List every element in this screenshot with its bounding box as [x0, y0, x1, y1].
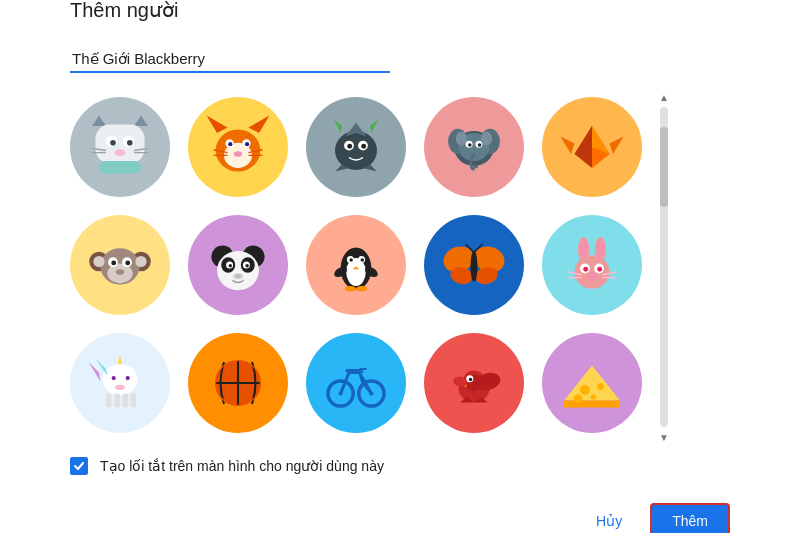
svg-point-6 [127, 140, 133, 146]
svg-rect-12 [99, 161, 141, 174]
svg-point-83 [345, 286, 356, 292]
svg-point-114 [115, 384, 125, 390]
svg-marker-13 [207, 116, 228, 134]
avatar-elephant[interactable] [424, 97, 524, 197]
avatar-cheese[interactable] [542, 333, 642, 433]
svg-point-144 [591, 394, 597, 400]
svg-rect-127 [346, 369, 360, 373]
svg-marker-51 [561, 137, 575, 155]
avatar-grid-wrapper: ▲ ▼ [70, 97, 730, 437]
dialog-title: Thêm người [70, 0, 730, 22]
svg-marker-141 [564, 401, 620, 408]
scrollbar-up-arrow[interactable]: ▲ [656, 89, 672, 105]
svg-point-58 [111, 260, 116, 265]
svg-marker-29 [370, 119, 378, 133]
svg-point-60 [116, 269, 124, 275]
avatar-panda[interactable] [188, 215, 288, 315]
svg-point-100 [597, 267, 602, 272]
svg-point-73 [235, 274, 242, 278]
svg-point-113 [126, 376, 130, 380]
avatar-sparrow[interactable] [424, 333, 524, 433]
avatar-unicorn[interactable] [70, 333, 170, 433]
svg-point-33 [361, 144, 366, 149]
avatar-scrollbar[interactable]: ▲ ▼ [660, 107, 668, 427]
avatar-monkey[interactable] [70, 215, 170, 315]
svg-point-20 [245, 142, 249, 146]
svg-point-32 [347, 144, 352, 149]
svg-rect-118 [131, 394, 137, 408]
avatar-penguin[interactable] [306, 215, 406, 315]
avatar-bicycle[interactable] [306, 333, 406, 433]
scrollbar-down-arrow[interactable]: ▼ [656, 429, 672, 445]
svg-point-61 [93, 256, 104, 267]
svg-point-62 [135, 256, 146, 267]
svg-marker-14 [249, 116, 270, 134]
svg-point-71 [245, 264, 249, 268]
checkbox-label: Tạo lối tắt trên màn hình cho người dùng… [100, 458, 384, 474]
svg-marker-48 [575, 126, 593, 168]
svg-point-44 [456, 132, 467, 146]
add-button[interactable]: Thêm [650, 503, 730, 533]
svg-point-142 [580, 385, 590, 395]
svg-rect-2 [96, 125, 145, 164]
svg-point-112 [112, 376, 116, 380]
name-input[interactable] [70, 46, 390, 73]
svg-point-84 [356, 286, 367, 292]
avatar-basketball[interactable] [188, 333, 288, 433]
svg-point-89 [471, 251, 478, 282]
svg-point-107 [103, 364, 138, 395]
svg-point-143 [597, 383, 604, 390]
scrollbar-thumb[interactable] [660, 127, 668, 207]
avatar-butterfly[interactable] [424, 215, 524, 315]
cancel-button[interactable]: Hủy [576, 503, 642, 533]
avatar-bird-orange[interactable] [542, 97, 642, 197]
svg-point-70 [229, 264, 233, 268]
avatar-rabbit[interactable] [542, 215, 642, 315]
svg-point-5 [110, 140, 116, 146]
svg-point-21 [234, 151, 242, 157]
svg-point-99 [583, 267, 588, 272]
svg-point-42 [468, 143, 472, 147]
svg-point-79 [361, 258, 365, 262]
svg-point-26 [335, 131, 377, 170]
svg-point-19 [228, 142, 232, 146]
button-row: Hủy Thêm [70, 503, 730, 533]
add-person-dialog: Thêm người [30, 0, 770, 533]
svg-point-78 [349, 258, 353, 262]
avatar-cat[interactable] [70, 97, 170, 197]
svg-marker-0 [92, 116, 106, 127]
svg-point-101 [587, 273, 597, 280]
svg-point-43 [478, 143, 482, 147]
svg-point-7 [114, 149, 125, 156]
svg-point-59 [125, 260, 130, 265]
svg-marker-108 [89, 362, 101, 382]
svg-point-145 [574, 394, 582, 402]
svg-point-65 [217, 251, 259, 290]
svg-marker-1 [134, 116, 148, 127]
avatar-fox[interactable] [188, 97, 288, 197]
svg-point-45 [481, 132, 492, 146]
svg-point-96 [575, 255, 610, 289]
svg-point-134 [469, 378, 473, 382]
svg-rect-117 [123, 394, 129, 408]
checkbox-row: Tạo lối tắt trên màn hình cho người dùng… [70, 457, 730, 475]
svg-rect-115 [106, 394, 112, 408]
avatar-dragon[interactable] [306, 97, 406, 197]
avatar-grid [70, 97, 652, 437]
shortcut-checkbox[interactable] [70, 457, 88, 475]
svg-marker-50 [610, 137, 624, 155]
svg-marker-28 [334, 119, 342, 133]
svg-rect-116 [114, 394, 120, 408]
